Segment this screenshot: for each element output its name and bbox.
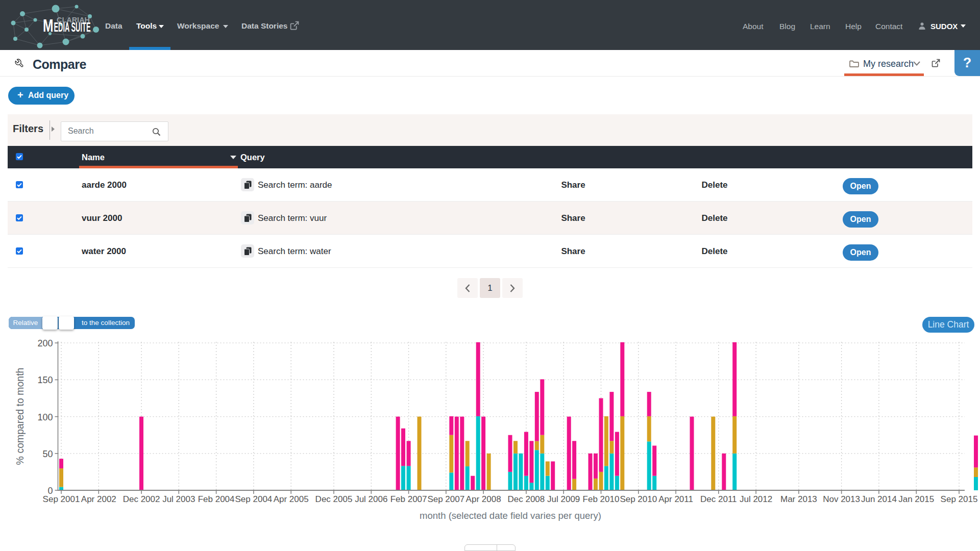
svg-text:EDIA SUITE: EDIA SUITE <box>54 20 91 34</box>
svg-text:Apr 2011: Apr 2011 <box>658 494 693 504</box>
svg-text:Sep 2015: Sep 2015 <box>941 494 978 504</box>
svg-text:Mar 2013: Mar 2013 <box>780 494 817 504</box>
svg-text:100: 100 <box>37 412 53 422</box>
svg-text:Jul 2012: Jul 2012 <box>740 494 772 504</box>
svg-text:Sep 2004: Sep 2004 <box>235 494 273 504</box>
svg-text:Dec 2008: Dec 2008 <box>508 494 545 504</box>
svg-text:Sep 2010: Sep 2010 <box>620 494 657 504</box>
svg-text:Jul 2003: Jul 2003 <box>162 494 195 504</box>
svg-text:Dec 2011: Dec 2011 <box>700 494 737 504</box>
svg-text:200: 200 <box>37 338 53 348</box>
svg-text:Apr 2002: Apr 2002 <box>81 494 116 504</box>
svg-text:Dec 2005: Dec 2005 <box>315 494 353 504</box>
svg-text:Apr 2008: Apr 2008 <box>466 494 501 504</box>
svg-text:Apr 2005: Apr 2005 <box>274 494 309 504</box>
svg-text:Nov 2013: Nov 2013 <box>823 494 860 504</box>
svg-text:Dec 2002: Dec 2002 <box>123 494 160 504</box>
svg-text:Feb 2007: Feb 2007 <box>390 494 427 504</box>
svg-text:Feb 2004: Feb 2004 <box>198 494 235 504</box>
svg-text:Jul 2009: Jul 2009 <box>547 494 580 504</box>
svg-text:150: 150 <box>37 375 53 385</box>
svg-text:Feb 2010: Feb 2010 <box>583 494 620 504</box>
svg-text:Jul 2006: Jul 2006 <box>355 494 387 504</box>
svg-text:50: 50 <box>42 449 53 459</box>
svg-text:Sep 2001: Sep 2001 <box>43 494 80 504</box>
svg-text:% compared to month: % compared to month <box>14 368 26 465</box>
svg-text:M: M <box>43 15 54 35</box>
svg-text:Jun 2014: Jun 2014 <box>861 494 897 504</box>
svg-text:Jan 2015: Jan 2015 <box>898 494 934 504</box>
svg-text:Sep 2007: Sep 2007 <box>427 494 464 504</box>
svg-text:month (selected date field var: month (selected date field varies per qu… <box>420 510 601 521</box>
